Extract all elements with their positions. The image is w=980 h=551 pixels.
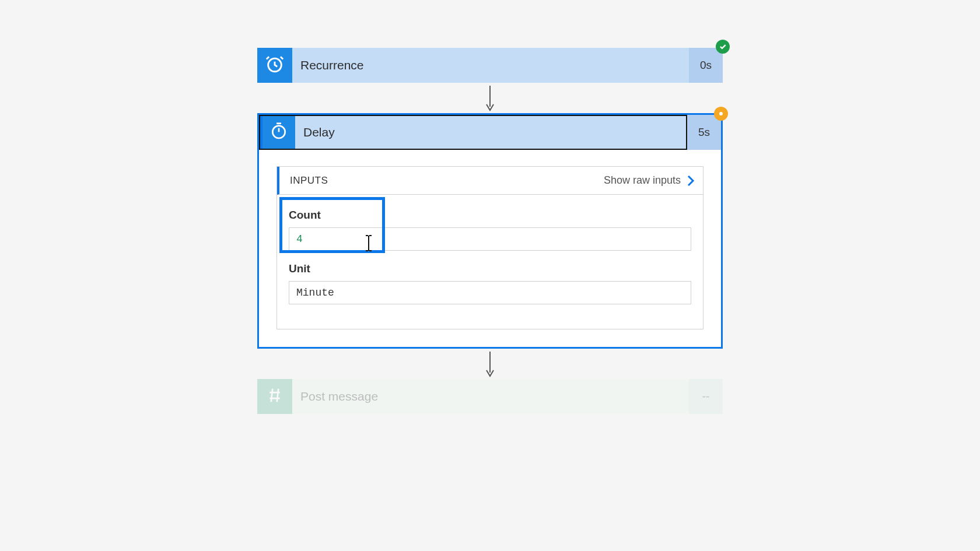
- flow-arrow: [257, 83, 723, 113]
- step-title: Delay: [295, 116, 686, 149]
- alarm-clock-icon: [265, 54, 285, 76]
- chevron-right-icon: [687, 175, 695, 187]
- step-post-message[interactable]: Post message --: [257, 379, 723, 414]
- inputs-header: INPUTS Show raw inputs: [277, 167, 703, 195]
- field-unit: Unit: [289, 262, 691, 304]
- status-success-icon: [716, 40, 730, 54]
- step-recurrence[interactable]: Recurrence 0s: [257, 48, 723, 83]
- step-time: --: [689, 379, 723, 414]
- hash-icon: [266, 387, 284, 406]
- step-title: Post message: [292, 379, 689, 414]
- delay-icon-box: [260, 116, 295, 149]
- count-input[interactable]: [289, 227, 691, 251]
- unit-input[interactable]: [289, 281, 691, 304]
- field-label: Unit: [289, 262, 691, 275]
- step-time: 0s: [689, 48, 723, 83]
- step-title: Recurrence: [292, 48, 689, 83]
- show-raw-label: Show raw inputs: [604, 174, 681, 187]
- recurrence-icon-box: [257, 48, 292, 83]
- show-raw-inputs-button[interactable]: Show raw inputs: [604, 174, 695, 187]
- flow-arrow: [257, 349, 723, 379]
- step-delay-body: INPUTS Show raw inputs Count: [259, 150, 721, 347]
- step-time: 5s: [687, 115, 721, 150]
- field-count: Count: [289, 209, 691, 251]
- inputs-panel: INPUTS Show raw inputs Count: [276, 166, 704, 329]
- svg-point-2: [272, 126, 285, 138]
- inputs-label: INPUTS: [290, 175, 604, 187]
- step-delay-expanded: Delay 5s INPUTS Show raw inputs: [257, 113, 723, 349]
- field-label: Count: [289, 209, 691, 222]
- status-warning-icon: [714, 107, 728, 121]
- step-delay-header[interactable]: Delay 5s: [259, 115, 721, 150]
- svg-point-3: [719, 112, 723, 115]
- post-message-icon-box: [257, 379, 292, 414]
- inputs-content: Count Unit: [277, 195, 703, 329]
- timer-icon: [270, 122, 288, 143]
